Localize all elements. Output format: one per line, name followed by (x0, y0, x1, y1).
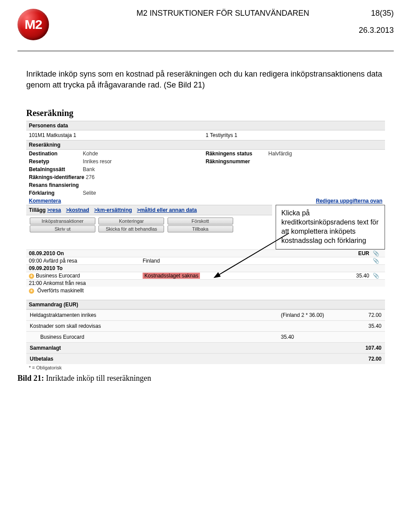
paperclip-icon[interactable]: 📎 (373, 273, 379, 279)
summary-cell: 72.00 (346, 312, 382, 318)
event-amount: 35.40 (343, 273, 369, 279)
section-header-person: Personens data (26, 121, 385, 130)
summary-cell: Business Eurocard (30, 334, 281, 340)
add-kostnad[interactable]: >kostnad (66, 207, 89, 213)
summary-cell: 72.00 (346, 356, 382, 362)
summary-row: Heldagstraktamenten inrikes(Finland 2 * … (26, 309, 385, 320)
summary-cell: Utbetalas (30, 356, 281, 362)
summary-cell: Sammanlagt (30, 345, 281, 351)
btn-inkopstrans[interactable]: Inköpstransaktioner (30, 218, 95, 225)
val-status: Halvfärdig (268, 151, 292, 157)
summary-row: Kostnader som skall redovisas35.40 (26, 320, 385, 331)
lbl-destination: Destination (29, 151, 81, 157)
event-row: 21:00 Ankomst från resa (26, 279, 385, 287)
lbl-desc: Förklaring (29, 190, 81, 196)
event-row: 09:00 Avfärd på resaFinland📎 (26, 257, 385, 264)
event-amount: EUR (343, 250, 369, 256)
figure-caption: Bild 21: Inriktade inköp till reseräknin… (18, 374, 394, 383)
lbl-number: Räkningsnummer (206, 158, 267, 165)
intro-paragraph: Inriktade inköp syns som en kostnad på r… (26, 69, 385, 91)
summary-row: Utbetalas72.00 (26, 353, 385, 364)
event-row: 09.09.2010 To (26, 264, 385, 272)
comment-link[interactable]: Kommentera (29, 198, 61, 204)
summary-table: Heldagstraktamenten inrikes(Finland 2 * … (26, 309, 385, 364)
doc-title: M2 INSTRUKTIONER FÖR SLUTANVÄNDAREN (49, 9, 359, 18)
add-label: Tillägg (29, 207, 46, 213)
val-destination: Kohde (83, 151, 98, 157)
event-desc[interactable]: Kostnadsslaget saknas (143, 273, 200, 279)
section-header-invoice: Reseräkning (26, 140, 385, 150)
lbl-fin: Resans finansiering (29, 182, 81, 188)
summary-header: Sammandrag (EUR) (26, 300, 385, 309)
mandatory-note: * = Obligatorisk (26, 364, 385, 371)
app-title: Reseräkning (26, 108, 385, 118)
plus-icon: + (29, 274, 34, 279)
summary-row: Business Eurocard35.40 (26, 331, 385, 342)
add-maltid[interactable]: >måltid eller annan data (137, 207, 197, 213)
summary-cell: 107.40 (346, 345, 382, 351)
doc-date: 26.3.2013 (359, 26, 394, 35)
event-desc: Finland (143, 258, 160, 264)
val-desc: Selite (83, 190, 96, 196)
val-type: Inrikes resor (83, 158, 112, 165)
page-number: 18(35) (359, 9, 394, 18)
event-text: 09.09.2010 To (29, 265, 63, 271)
edit-link[interactable]: Redigera uppgifterna ovan (316, 198, 382, 204)
page-header: M2 M2 INSTRUKTIONER FÖR SLUTANVÄNDAREN 1… (18, 9, 394, 40)
person-right: 1 Testiyritys 1 (206, 132, 382, 138)
summary-cell: Kostnader som skall redovisas (30, 323, 281, 329)
lbl-pay: Betalningssätt (29, 166, 81, 172)
btn-forskott[interactable]: Förskott (168, 218, 233, 225)
event-list: 08.09.2010 OnEUR📎09:00 Avfärd på resaFin… (26, 249, 385, 287)
lbl-status: Räkningens status (206, 151, 267, 157)
summary-cell: 35.40 (281, 334, 346, 340)
add-resa[interactable]: >resa (47, 207, 61, 213)
btn-skriv-ut[interactable]: Skriv ut (30, 225, 95, 232)
header-divider (18, 51, 394, 51)
summary-cell: (Finland 2 * 36.00) (281, 312, 346, 318)
summary-row: Sammanlagt107.40 (26, 342, 385, 353)
callout-box: Klicka på kreditkortsinköpsradens text f… (276, 205, 385, 249)
event-text: 09:00 Avfärd på resa (29, 258, 77, 264)
lbl-id: Räknings-identifierare (29, 174, 84, 180)
event-row[interactable]: +Business EurocardKostnadsslaget saknas3… (26, 272, 385, 279)
paperclip-icon[interactable]: 📎 (373, 258, 379, 264)
lbl-type: Resetyp (29, 158, 81, 165)
summary-cell: Heldagstraktamenten inrikes (30, 312, 281, 318)
event-row: 08.09.2010 OnEUR📎 (26, 249, 385, 257)
m2-logo-icon: M2 (18, 9, 49, 40)
btn-konteringar[interactable]: Konteringar (98, 218, 164, 225)
paperclip-icon[interactable]: 📎 (373, 250, 379, 256)
val-id: 276 (86, 174, 94, 180)
btn-skicka[interactable]: Skicka för att behandlas (98, 225, 164, 232)
plus-icon: + (29, 288, 34, 294)
person-left: 101M1 Matkustaja 1 (29, 132, 206, 138)
machine-note: Överförts maskinellt (37, 288, 84, 294)
btn-tillbaka[interactable]: Tillbaka (168, 225, 233, 232)
app-screenshot: Reseräkning Personens data 101M1 Matkust… (26, 108, 385, 371)
summary-cell: 35.40 (346, 323, 382, 329)
event-text: Business Eurocard (36, 273, 80, 279)
event-text: 21:00 Ankomst från resa (29, 280, 86, 286)
add-km[interactable]: >km-ersättning (94, 207, 132, 213)
event-text: 08.09.2010 On (29, 250, 64, 256)
val-pay: Bank (83, 166, 94, 172)
